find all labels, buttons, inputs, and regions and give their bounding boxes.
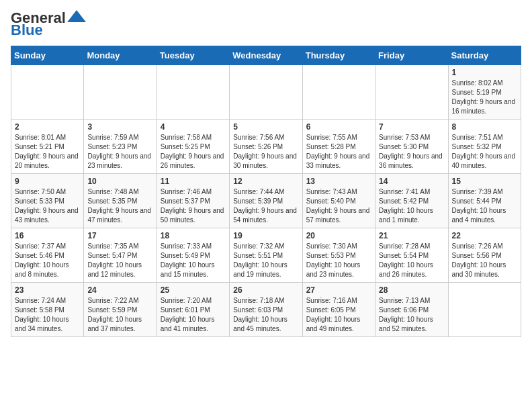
day-number: 6 (306, 122, 371, 132)
day-number: 5 (233, 122, 298, 132)
calendar-day-cell: 3Sunrise: 7:59 AM Sunset: 5:23 PM Daylig… (84, 120, 157, 174)
day-number: 11 (161, 177, 226, 186)
calendar-day-cell: 16Sunrise: 7:37 AM Sunset: 5:46 PM Dayli… (11, 228, 84, 283)
calendar-day-cell: 15Sunrise: 7:39 AM Sunset: 5:44 PM Dayli… (448, 174, 521, 228)
day-number: 19 (233, 231, 298, 240)
calendar-day-cell: 13Sunrise: 7:43 AM Sunset: 5:40 PM Dayli… (302, 174, 375, 228)
day-number: 8 (452, 122, 517, 132)
calendar-day-cell: 5Sunrise: 7:56 AM Sunset: 5:26 PM Daylig… (230, 120, 302, 174)
calendar-day-cell: 17Sunrise: 7:35 AM Sunset: 5:47 PM Dayli… (84, 228, 157, 283)
day-number: 12 (233, 177, 298, 186)
calendar-day-cell: 28Sunrise: 7:13 AM Sunset: 6:06 PM Dayli… (375, 283, 448, 337)
day-info: Sunrise: 7:48 AM Sunset: 5:35 PM Dayligh… (87, 187, 152, 225)
day-info: Sunrise: 7:28 AM Sunset: 5:54 PM Dayligh… (379, 242, 444, 279)
calendar-day-cell: 7Sunrise: 7:53 AM Sunset: 5:30 PM Daylig… (375, 120, 448, 174)
day-of-week-header: Wednesday (230, 46, 302, 65)
calendar-day-cell: 4Sunrise: 7:58 AM Sunset: 5:25 PM Daylig… (157, 120, 229, 174)
day-number: 24 (87, 285, 152, 295)
calendar-day-cell (375, 65, 448, 120)
day-of-week-header: Thursday (302, 46, 375, 65)
day-number: 28 (379, 285, 444, 295)
day-info: Sunrise: 7:18 AM Sunset: 6:03 PM Dayligh… (233, 296, 298, 334)
day-info: Sunrise: 7:32 AM Sunset: 5:51 PM Dayligh… (233, 242, 298, 279)
day-number: 2 (15, 122, 80, 132)
day-info: Sunrise: 7:13 AM Sunset: 6:06 PM Dayligh… (379, 296, 444, 334)
day-info: Sunrise: 7:41 AM Sunset: 5:42 PM Dayligh… (379, 187, 444, 225)
day-number: 15 (452, 177, 517, 186)
calendar-day-cell: 27Sunrise: 7:16 AM Sunset: 6:05 PM Dayli… (302, 283, 375, 337)
calendar-day-cell: 11Sunrise: 7:46 AM Sunset: 5:37 PM Dayli… (157, 174, 229, 228)
day-number: 27 (306, 285, 371, 295)
calendar-day-cell: 19Sunrise: 7:32 AM Sunset: 5:51 PM Dayli… (230, 228, 302, 283)
page-header: General Blue (11, 11, 521, 38)
calendar-day-cell (230, 65, 302, 120)
calendar-day-cell: 25Sunrise: 7:20 AM Sunset: 6:01 PM Dayli… (157, 283, 229, 337)
calendar-day-cell (302, 65, 375, 120)
calendar-week-row: 1Sunrise: 8:02 AM Sunset: 5:19 PM Daylig… (11, 65, 521, 120)
calendar-day-cell: 12Sunrise: 7:44 AM Sunset: 5:39 PM Dayli… (230, 174, 302, 228)
day-info: Sunrise: 7:20 AM Sunset: 6:01 PM Dayligh… (161, 296, 226, 334)
calendar-week-row: 16Sunrise: 7:37 AM Sunset: 5:46 PM Dayli… (11, 228, 521, 283)
day-info: Sunrise: 8:02 AM Sunset: 5:19 PM Dayligh… (452, 79, 517, 116)
day-number: 3 (87, 122, 152, 132)
day-number: 7 (379, 122, 444, 132)
day-number: 26 (233, 285, 298, 295)
calendar-day-cell: 14Sunrise: 7:41 AM Sunset: 5:42 PM Dayli… (375, 174, 448, 228)
calendar-day-cell: 26Sunrise: 7:18 AM Sunset: 6:03 PM Dayli… (230, 283, 302, 337)
day-info: Sunrise: 7:59 AM Sunset: 5:23 PM Dayligh… (87, 133, 152, 171)
day-of-week-header: Friday (375, 46, 448, 65)
calendar-day-cell (84, 65, 157, 120)
day-info: Sunrise: 7:58 AM Sunset: 5:25 PM Dayligh… (161, 133, 226, 171)
calendar-day-cell: 21Sunrise: 7:28 AM Sunset: 5:54 PM Dayli… (375, 228, 448, 283)
calendar-day-cell: 22Sunrise: 7:26 AM Sunset: 5:56 PM Dayli… (448, 228, 521, 283)
day-number: 10 (87, 177, 152, 186)
day-of-week-header: Monday (84, 46, 157, 65)
calendar-day-cell: 9Sunrise: 7:50 AM Sunset: 5:33 PM Daylig… (11, 174, 84, 228)
logo-icon (67, 10, 86, 22)
day-info: Sunrise: 7:43 AM Sunset: 5:40 PM Dayligh… (306, 187, 371, 225)
day-info: Sunrise: 7:30 AM Sunset: 5:53 PM Dayligh… (306, 242, 371, 279)
day-info: Sunrise: 7:16 AM Sunset: 6:05 PM Dayligh… (306, 296, 371, 334)
calendar-week-row: 2Sunrise: 8:01 AM Sunset: 5:21 PM Daylig… (11, 120, 521, 174)
calendar-day-cell: 20Sunrise: 7:30 AM Sunset: 5:53 PM Dayli… (302, 228, 375, 283)
calendar-table: SundayMondayTuesdayWednesdayThursdayFrid… (11, 46, 521, 337)
day-number: 14 (379, 177, 444, 186)
day-info: Sunrise: 7:37 AM Sunset: 5:46 PM Dayligh… (15, 242, 80, 279)
calendar-day-cell (448, 283, 521, 337)
day-number: 18 (161, 231, 226, 240)
day-number: 1 (452, 68, 517, 77)
calendar-header-row: SundayMondayTuesdayWednesdayThursdayFrid… (11, 46, 521, 65)
day-of-week-header: Saturday (448, 46, 521, 65)
day-info: Sunrise: 7:50 AM Sunset: 5:33 PM Dayligh… (15, 187, 80, 225)
day-number: 23 (15, 285, 80, 295)
calendar-day-cell: 1Sunrise: 8:02 AM Sunset: 5:19 PM Daylig… (448, 65, 521, 120)
logo-blue: Blue (11, 23, 43, 38)
calendar-day-cell (157, 65, 229, 120)
day-of-week-header: Tuesday (157, 46, 229, 65)
day-of-week-header: Sunday (11, 46, 84, 65)
day-info: Sunrise: 7:24 AM Sunset: 5:58 PM Dayligh… (15, 296, 80, 334)
day-info: Sunrise: 7:39 AM Sunset: 5:44 PM Dayligh… (452, 187, 517, 225)
day-info: Sunrise: 7:51 AM Sunset: 5:32 PM Dayligh… (452, 133, 517, 171)
day-info: Sunrise: 7:44 AM Sunset: 5:39 PM Dayligh… (233, 187, 298, 225)
day-number: 13 (306, 177, 371, 186)
day-number: 21 (379, 231, 444, 240)
svg-marker-0 (67, 10, 86, 22)
day-number: 20 (306, 231, 371, 240)
calendar-week-row: 23Sunrise: 7:24 AM Sunset: 5:58 PM Dayli… (11, 283, 521, 337)
day-info: Sunrise: 7:22 AM Sunset: 5:59 PM Dayligh… (87, 296, 152, 334)
day-number: 16 (15, 231, 80, 240)
day-info: Sunrise: 7:33 AM Sunset: 5:49 PM Dayligh… (161, 242, 226, 279)
day-info: Sunrise: 7:35 AM Sunset: 5:47 PM Dayligh… (87, 242, 152, 279)
calendar-day-cell: 8Sunrise: 7:51 AM Sunset: 5:32 PM Daylig… (448, 120, 521, 174)
calendar-week-row: 9Sunrise: 7:50 AM Sunset: 5:33 PM Daylig… (11, 174, 521, 228)
day-info: Sunrise: 7:46 AM Sunset: 5:37 PM Dayligh… (161, 187, 226, 225)
day-info: Sunrise: 7:56 AM Sunset: 5:26 PM Dayligh… (233, 133, 298, 171)
calendar-day-cell: 10Sunrise: 7:48 AM Sunset: 5:35 PM Dayli… (84, 174, 157, 228)
day-info: Sunrise: 7:53 AM Sunset: 5:30 PM Dayligh… (379, 133, 444, 171)
calendar-day-cell: 23Sunrise: 7:24 AM Sunset: 5:58 PM Dayli… (11, 283, 84, 337)
calendar-day-cell: 2Sunrise: 8:01 AM Sunset: 5:21 PM Daylig… (11, 120, 84, 174)
day-number: 17 (87, 231, 152, 240)
day-number: 9 (15, 177, 80, 186)
calendar-day-cell: 18Sunrise: 7:33 AM Sunset: 5:49 PM Dayli… (157, 228, 229, 283)
